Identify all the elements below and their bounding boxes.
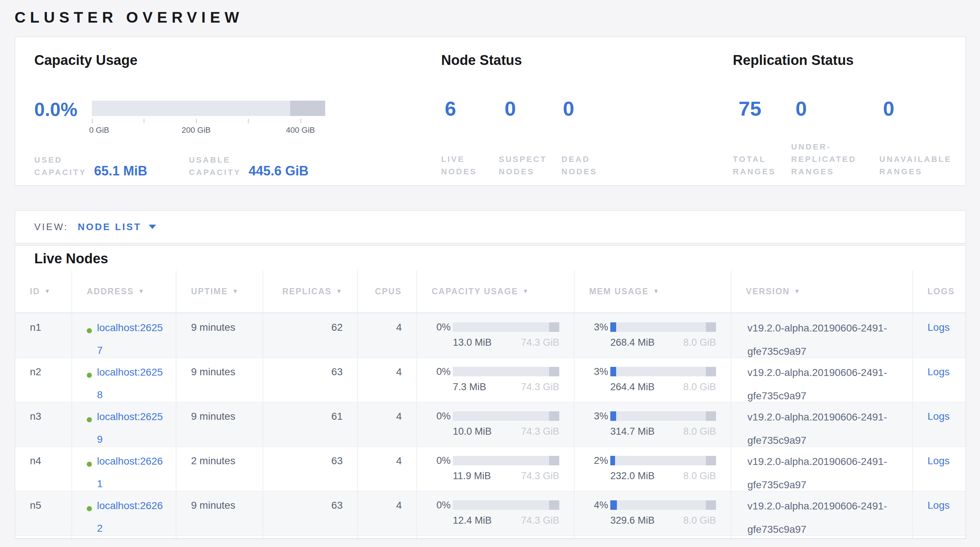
node-address-link[interactable]: localhost:26258 bbox=[97, 361, 169, 402]
suspect-nodes-count: 0 bbox=[504, 97, 563, 120]
mem-total-value: 8.0 GiB bbox=[683, 514, 716, 526]
mem-reserved-segment bbox=[706, 500, 716, 510]
node-address-cell: localhost:26257 bbox=[72, 313, 176, 357]
version-cell: v19.2.0-alpha.20190606-2491-gfe735c9a97 bbox=[730, 358, 912, 402]
mem-mini-bar bbox=[610, 322, 716, 332]
replicas-cell: 61 bbox=[262, 402, 357, 446]
mem-fill bbox=[610, 322, 616, 332]
replication-labels: TOTAL RANGES UNDER- REPLICATED RANGES UN… bbox=[733, 141, 951, 178]
mem-used-value: 314.7 MiB bbox=[610, 425, 655, 437]
header-cpus: CPUS bbox=[357, 270, 416, 312]
mem-reserved-segment bbox=[706, 456, 716, 465]
mem-total-value: 8.0 GiB bbox=[683, 336, 716, 348]
node-address-link[interactable]: localhost:26257 bbox=[97, 316, 169, 357]
partial-next-row bbox=[15, 535, 966, 539]
logs-link[interactable]: Logs bbox=[928, 455, 950, 466]
capacity-mini-bar bbox=[453, 456, 559, 465]
header-uptime[interactable]: UPTIME▼ bbox=[176, 270, 262, 312]
header-mem-usage[interactable]: MEM USAGE▼ bbox=[574, 270, 730, 312]
mem-used-value: 268.4 MiB bbox=[610, 336, 655, 348]
capacity-total-value: 74.3 GiB bbox=[521, 470, 559, 482]
header-capacity-usage[interactable]: CAPACITY USAGE▼ bbox=[416, 270, 574, 312]
header-replicas[interactable]: REPLICAS▼ bbox=[262, 270, 357, 312]
mem-reserved-segment bbox=[706, 411, 716, 421]
capacity-usage-section: Capacity Usage 0.0% 0 GiB 200 GiB 400 Gi… bbox=[34, 37, 432, 185]
capacity-percent: 0% bbox=[427, 498, 450, 512]
mem-usage-cell: 3% 264.4 MiB 8.0 GiB bbox=[574, 358, 730, 402]
logs-link[interactable]: Logs bbox=[928, 366, 950, 377]
capacity-reserved-segment bbox=[549, 411, 559, 421]
mem-mini-bar bbox=[610, 456, 716, 465]
uptime-cell: 2 minutes bbox=[176, 447, 262, 491]
capacity-percent: 0% bbox=[427, 320, 450, 334]
logs-link[interactable]: Logs bbox=[928, 499, 950, 511]
node-status-title: Node Status bbox=[441, 52, 522, 68]
cluster-overview-page: CLUSTER OVERVIEW Capacity Usage 0.0% 0 G… bbox=[0, 0, 980, 547]
cpus-cell: 4 bbox=[357, 491, 416, 535]
capacity-mini-bar bbox=[453, 322, 559, 332]
under-replicated-ranges-label: UNDER- REPLICATED RANGES bbox=[791, 141, 880, 178]
capacity-reserved-segment bbox=[549, 322, 559, 332]
replicas-cell: 62 bbox=[262, 313, 357, 357]
live-status-dot bbox=[87, 417, 92, 422]
header-id[interactable]: ID▼ bbox=[15, 270, 72, 312]
view-dropdown-value: NODE LIST bbox=[78, 221, 142, 233]
capacity-mini-bar bbox=[453, 411, 559, 421]
capacity-total-value: 74.3 GiB bbox=[521, 425, 559, 437]
capacity-reserved-segment bbox=[549, 456, 559, 465]
mem-fill bbox=[610, 456, 615, 465]
usable-capacity-stat: USABLE CAPACITY 445.6 GiB bbox=[189, 154, 309, 179]
unavailable-ranges-count: 0 bbox=[883, 97, 894, 120]
view-selector-bar: VIEW: NODE LIST bbox=[14, 210, 966, 243]
mem-usage-cell: 4% 329.6 MiB 8.0 GiB bbox=[574, 491, 730, 535]
node-address-cell: localhost:26259 bbox=[72, 402, 176, 446]
node-status-section: Node Status 6 0 0 LIVE NODES SUSPECT NOD… bbox=[441, 37, 722, 185]
capacity-usage-title: Capacity Usage bbox=[34, 52, 137, 68]
table-header: ID▼ ADDRESS▼ UPTIME▼ REPLICAS▼ CPUS CAPA… bbox=[15, 270, 966, 313]
capacity-used-value: 12.4 MiB bbox=[453, 514, 492, 526]
replicas-cell: 63 bbox=[262, 447, 357, 491]
mem-usage-cell: 3% 268.4 MiB 8.0 GiB bbox=[574, 313, 730, 357]
mem-total-value: 8.0 GiB bbox=[683, 381, 716, 393]
capacity-used-value: 11.9 MiB bbox=[453, 470, 491, 482]
replication-values: 75 0 0 bbox=[739, 97, 894, 120]
logs-cell: Logs bbox=[912, 313, 966, 357]
capacity-gauge-reserved-segment bbox=[290, 101, 325, 116]
node-status-labels: LIVE NODES SUSPECT NODES DEAD NODES bbox=[441, 153, 597, 178]
live-status-dot bbox=[87, 506, 92, 511]
sort-arrow-icon: ▼ bbox=[232, 288, 239, 295]
page-title: CLUSTER OVERVIEW bbox=[14, 9, 243, 26]
sort-arrow-icon: ▼ bbox=[336, 288, 343, 295]
axis-tick-label: 400 GiB bbox=[286, 126, 315, 135]
header-version[interactable]: VERSION▼ bbox=[730, 270, 912, 312]
cpus-cell: 4 bbox=[357, 447, 416, 491]
logs-cell: Logs bbox=[912, 491, 966, 535]
capacity-reserved-segment bbox=[549, 500, 559, 510]
view-dropdown[interactable]: NODE LIST bbox=[78, 221, 156, 233]
mem-total-value: 8.0 GiB bbox=[683, 470, 716, 482]
capacity-used-value: 10.0 MiB bbox=[453, 425, 492, 437]
live-nodes-label: LIVE NODES bbox=[441, 153, 499, 178]
logs-link[interactable]: Logs bbox=[928, 410, 950, 422]
node-address-link[interactable]: localhost:26261 bbox=[97, 450, 169, 491]
mem-used-value: 329.6 MiB bbox=[610, 514, 655, 526]
uptime-cell: 9 minutes bbox=[176, 313, 262, 357]
header-address[interactable]: ADDRESS▼ bbox=[72, 270, 176, 312]
capacity-mini-bar bbox=[453, 500, 559, 510]
node-address-link[interactable]: localhost:26259 bbox=[97, 405, 169, 446]
axis-tick-label: 0 GiB bbox=[89, 126, 109, 135]
axis-tick bbox=[301, 119, 301, 123]
dead-nodes-count: 0 bbox=[563, 97, 574, 120]
capacity-usage-cell: 0% 10.0 MiB 74.3 GiB bbox=[416, 402, 574, 446]
live-nodes-title: Live Nodes bbox=[34, 251, 966, 270]
node-id-cell: n2 bbox=[15, 358, 72, 402]
version-cell: v19.2.0-alpha.20190606-2491-gfe735c9a97 bbox=[730, 402, 912, 446]
capacity-reserved-segment bbox=[549, 367, 559, 376]
mem-percent: 3% bbox=[585, 320, 608, 334]
replication-status-title: Replication Status bbox=[733, 52, 854, 68]
node-id-cell: n5 bbox=[15, 491, 72, 535]
mem-usage-cell: 2% 232.0 MiB 8.0 GiB bbox=[574, 447, 730, 491]
node-address-link[interactable]: localhost:26262 bbox=[97, 495, 169, 535]
logs-cell: Logs bbox=[912, 402, 966, 446]
logs-link[interactable]: Logs bbox=[928, 322, 950, 333]
